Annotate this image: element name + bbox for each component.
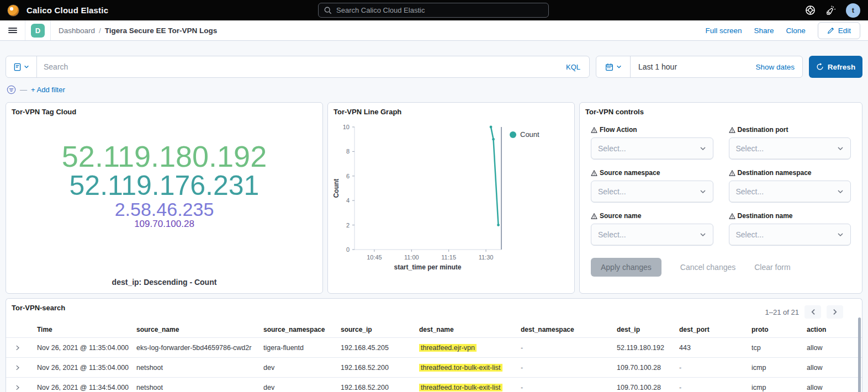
cell-source_name: eks-log-forwarder-5bd4659786-cwd2r — [136, 344, 263, 352]
control-select[interactable]: Select... — [591, 224, 713, 246]
chevron-left-icon — [811, 309, 816, 315]
newsfeed-icon[interactable] — [825, 5, 836, 15]
column-header-source_namespace: source_namespace — [263, 326, 341, 333]
control-field-label-text: Destination namespace — [738, 169, 812, 177]
chevron-down-icon — [837, 188, 844, 195]
chevron-right-icon — [15, 364, 20, 371]
legend-swatch[interactable] — [510, 131, 516, 138]
filter-dash: — — [20, 86, 27, 94]
cell-dest_name: threatfeed.tor-bulk-exit-list — [419, 364, 521, 372]
panel-title: Tor-VPN Tag Cloud — [6, 103, 322, 116]
menu-icon[interactable] — [0, 20, 25, 40]
apply-changes-button[interactable]: Apply changes — [591, 258, 661, 277]
pencil-icon — [827, 27, 834, 34]
series-line — [491, 127, 498, 225]
chevron-down-icon — [837, 231, 844, 238]
cell-proto: icmp — [751, 364, 807, 372]
control-select[interactable]: Select... — [591, 181, 713, 203]
cell-time: Nov 26, 2021 @ 11:34:54.000 — [37, 384, 136, 391]
select-placeholder: Select... — [736, 230, 764, 239]
legend-label[interactable]: Count — [520, 130, 539, 139]
control-field: Source namespaceSelect... — [591, 169, 713, 203]
global-search-placeholder: Search Calico Cloud Elastic — [336, 6, 425, 14]
y-tick-label: 0 — [346, 246, 350, 253]
control-field-label-text: Destination port — [738, 126, 788, 134]
cell-proto: icmp — [751, 384, 807, 391]
control-select[interactable]: Select... — [591, 137, 713, 160]
control-select[interactable]: Select... — [729, 224, 851, 246]
column-header-proto: proto — [751, 326, 807, 333]
kql-language-button[interactable]: KQL — [557, 63, 589, 71]
table-row: Nov 26, 2021 @ 11:35:04.000eks-log-forwa… — [6, 337, 862, 357]
breadcrumb-dashboard[interactable]: Dashboard — [59, 27, 95, 35]
select-placeholder: Select... — [736, 187, 764, 196]
date-picker-menu-button[interactable] — [596, 56, 631, 77]
cell-time: Nov 26, 2021 @ 11:35:04.000 — [37, 364, 136, 372]
select-placeholder: Select... — [598, 230, 626, 239]
tag-word[interactable]: 52.119.180.192 — [62, 141, 267, 172]
panel-title: Tor-VPN controls — [580, 103, 862, 116]
clone-button[interactable]: Clone — [786, 27, 805, 35]
user-avatar[interactable]: t — [846, 3, 860, 18]
share-button[interactable]: Share — [754, 27, 774, 35]
column-header-action: action — [807, 326, 862, 333]
saved-query-menu-button[interactable] — [6, 56, 37, 77]
cell-source_name: netshoot — [136, 364, 263, 372]
filter-icon[interactable] — [7, 85, 16, 94]
dashboard-badge[interactable]: D — [31, 24, 45, 38]
show-dates-button[interactable]: Show dates — [755, 63, 802, 71]
line-graph-panel: Tor-VPN Line Graph 024681010:4511:0011:1… — [327, 102, 575, 294]
data-point — [492, 138, 495, 141]
control-select[interactable]: Select... — [729, 137, 851, 160]
next-page-button[interactable] — [827, 305, 843, 319]
highlighted-value: threatfeed.tor-bulk-exit-list — [419, 384, 502, 391]
help-icon[interactable] — [805, 5, 816, 15]
prev-page-button[interactable] — [805, 305, 821, 319]
clear-form-button[interactable]: Clear form — [754, 263, 790, 272]
column-header-time: Time — [37, 326, 136, 333]
app-title: Calico Cloud Elastic — [27, 6, 108, 15]
calendar-icon — [605, 63, 613, 71]
chevron-right-icon — [833, 309, 838, 315]
y-tick-label: 6 — [346, 173, 350, 179]
search-table-panel: Tor-VPN-search 1–21 of 21 Timesource_nam… — [6, 298, 862, 392]
chevron-down-icon — [616, 64, 622, 70]
add-filter-button[interactable]: + Add filter — [31, 86, 65, 94]
refresh-button[interactable]: Refresh — [809, 56, 862, 78]
cell-dest_namespace: - — [521, 384, 617, 391]
control-field: Destination namespaceSelect... — [729, 169, 851, 203]
tag-word[interactable]: 2.58.46.235 — [115, 200, 214, 219]
y-tick-label: 10 — [343, 124, 350, 130]
table-body: Nov 26, 2021 @ 11:35:04.000eks-log-forwa… — [6, 337, 862, 392]
x-tick-label: 11:00 — [404, 254, 419, 261]
controls-panel: Tor-VPN controls Flow ActionSelect...Des… — [579, 102, 862, 294]
panel-title: Tor-VPN Line Graph — [328, 103, 574, 116]
y-tick-label: 2 — [346, 222, 350, 229]
tag-cloud-caption: dest_ip: Descending - Count — [6, 278, 322, 287]
x-tick-label: 10:45 — [367, 254, 382, 261]
warning-icon — [591, 127, 597, 133]
tag-word[interactable]: 52.119.176.231 — [70, 172, 260, 200]
table-row: Nov 26, 2021 @ 11:35:04.000netshootdev19… — [6, 357, 862, 377]
expand-row-button[interactable] — [15, 345, 37, 351]
global-search-input[interactable]: Search Calico Cloud Elastic — [318, 3, 549, 18]
table-scrollbar[interactable] — [858, 317, 861, 392]
control-field-label-text: Destination name — [738, 212, 793, 220]
data-point — [497, 224, 500, 226]
control-select[interactable]: Select... — [729, 181, 851, 203]
edit-button[interactable]: Edit — [818, 22, 860, 39]
control-field-label: Destination namespace — [729, 169, 851, 177]
cell-source_ip: 192.168.52.200 — [341, 364, 419, 372]
expand-row-button[interactable] — [15, 364, 37, 371]
tag-word[interactable]: 109.70.100.28 — [134, 219, 194, 229]
expand-row-button[interactable] — [15, 384, 37, 391]
cell-dest_port: 443 — [679, 344, 751, 352]
warning-icon — [729, 127, 735, 133]
tag-cloud-panel: Tor-VPN Tag Cloud 52.119.180.19252.119.1… — [6, 102, 323, 294]
time-range-value[interactable]: Last 1 hour — [631, 62, 677, 71]
column-header-dest_port: dest_port — [679, 326, 751, 333]
control-field-label: Destination name — [729, 212, 851, 220]
cancel-changes-button[interactable]: Cancel changes — [680, 263, 735, 272]
full-screen-button[interactable]: Full screen — [705, 27, 742, 35]
kql-search-input[interactable] — [37, 62, 557, 71]
